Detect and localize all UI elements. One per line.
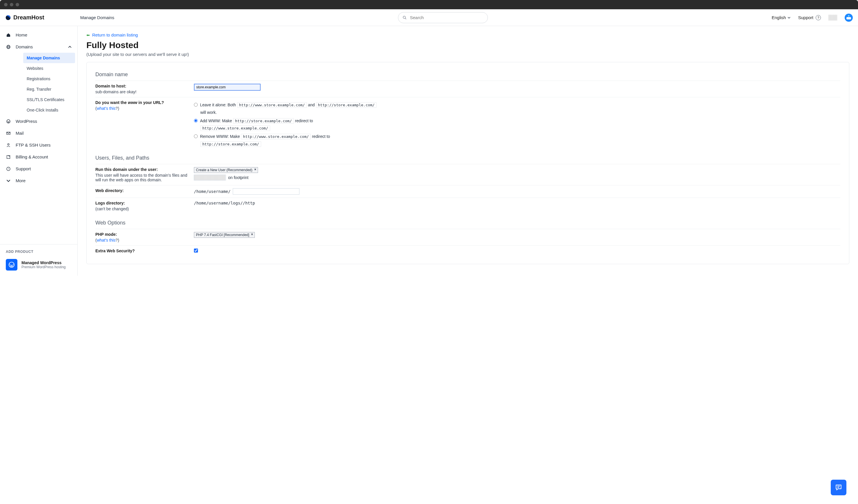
logs-dir-value: /home/username/logs//http	[194, 201, 255, 205]
search-input[interactable]	[410, 15, 483, 20]
language-label: English	[772, 15, 786, 20]
search-box[interactable]	[398, 12, 488, 23]
maximize-window-icon[interactable]	[16, 3, 19, 6]
row-extra-security: Extra Web Security?	[95, 245, 840, 256]
run-user-label: Run this domain under the user:	[95, 167, 188, 172]
section-domain-heading: Domain name	[95, 71, 840, 78]
wordpress-icon	[6, 119, 11, 124]
close-window-icon[interactable]	[4, 3, 7, 6]
svg-rect-9	[7, 155, 10, 159]
sidebar-sub-oneclick[interactable]: One-Click Installs	[16, 105, 77, 115]
sidebar-item-home[interactable]: Home	[0, 29, 77, 41]
domain-to-host-label: Domain to host:	[95, 84, 188, 88]
logs-dir-label: Logs directory:	[95, 201, 188, 205]
username-blur-field[interactable]	[194, 175, 226, 180]
www-remove-option: Remove WWW: Make http://www.store.exampl…	[194, 133, 840, 141]
home-icon	[6, 33, 11, 37]
logs-dir-hint: (can't be changed)	[95, 207, 188, 211]
dreamhost-icon	[5, 15, 11, 20]
sidebar-item-wordpress[interactable]: WordPress	[0, 115, 77, 127]
row-logs-directory: Logs directory: (can't be changed) /home…	[95, 197, 840, 214]
mail-icon	[6, 131, 11, 135]
sidebar-item-label: Mail	[16, 131, 24, 135]
web-dir-prefix: /home/username/	[194, 189, 231, 194]
sidebar-item-label: FTP & SSH Users	[16, 143, 51, 147]
sidebar-item-label: Domains	[16, 44, 33, 49]
row-www-option: Do you want the www in your URL? (what's…	[95, 97, 840, 149]
sidebar-sub-registrations[interactable]: Registrations	[16, 74, 77, 84]
form-panel: Domain name Domain to host: sub-domains …	[86, 62, 849, 264]
svg-point-1	[403, 16, 406, 18]
sidebar-item-label: WordPress	[16, 119, 37, 124]
back-arrow-icon: ⬅	[86, 33, 90, 37]
sidebar-sub-ssl[interactable]: SSL/TLS Certificates	[16, 94, 77, 105]
support-label: Support	[798, 15, 813, 20]
managed-wordpress-promo[interactable]: Managed WordPress Premium WordPress host…	[6, 259, 72, 271]
window-titlebar	[0, 0, 858, 9]
brand-logo[interactable]: DreamHost	[5, 14, 44, 21]
wp-promo-title: Managed WordPress	[21, 260, 66, 265]
whats-this-link[interactable]: what's this	[97, 106, 116, 111]
section-users-heading: Users, Files, and Paths	[95, 155, 840, 161]
footprint-label: on footprint	[228, 175, 249, 180]
sidebar-item-more[interactable]: More	[0, 175, 77, 186]
web-dir-label: Web directory:	[95, 188, 188, 193]
account-placeholder[interactable]	[828, 15, 837, 20]
minimize-window-icon[interactable]	[10, 3, 13, 6]
topbar-title: Manage Domains	[80, 15, 114, 20]
support-link[interactable]: Support ?	[798, 15, 821, 20]
www-remove-radio[interactable]	[194, 134, 198, 138]
sidebar-sub-reg-transfer[interactable]: Reg. Transfer	[16, 84, 77, 94]
svg-point-8	[7, 143, 9, 145]
language-selector[interactable]: English	[772, 15, 791, 20]
www-add-option: Add WWW: Make http://store.example.com/ …	[194, 117, 840, 125]
run-user-select[interactable]: Create a New User (Recommended)	[194, 167, 258, 173]
php-mode-select[interactable]: PHP 7.4 FastCGI [Recommended]	[194, 232, 255, 238]
sidebar-item-ftp[interactable]: FTP & SSH Users	[0, 139, 77, 151]
www-option-label: Do you want the www in your URL?	[95, 100, 188, 105]
run-user-hint: This user will have access to the domain…	[95, 173, 188, 182]
sidebar-sub-manage-domains[interactable]: Manage Domains	[23, 53, 75, 63]
billing-icon	[6, 155, 11, 159]
www-leave-radio[interactable]	[194, 103, 198, 107]
sidebar-item-mail[interactable]: Mail	[0, 127, 77, 139]
sidebar-item-support[interactable]: ? Support	[0, 163, 77, 175]
row-php-mode: PHP mode: (what's this?) PHP 7.4 FastCGI…	[95, 229, 840, 245]
svg-line-2	[405, 18, 406, 19]
sidebar: Home Domains Manage Domains Websites Reg…	[0, 26, 78, 276]
extra-security-label: Extra Web Security?	[95, 248, 188, 253]
domain-to-host-input[interactable]	[194, 84, 260, 91]
row-domain-to-host: Domain to host: sub-domains are okay!	[95, 81, 840, 97]
sidebar-item-domains[interactable]: Domains	[0, 41, 77, 53]
wordpress-badge-icon	[6, 259, 17, 271]
www-leave-alone-option: Leave it alone: Both http://www.store.ex…	[194, 101, 840, 109]
web-dir-input[interactable]	[233, 188, 299, 195]
add-product-heading: ADD PRODUCT	[6, 250, 72, 254]
chevron-down-icon	[788, 16, 791, 19]
www-leave-suffix: will work.	[200, 110, 840, 115]
page-title: Fully Hosted	[86, 40, 849, 50]
sidebar-sub-websites[interactable]: Websites	[16, 63, 77, 74]
page-subtitle: (Upload your site to our servers and we'…	[86, 52, 849, 57]
chevron-down-icon	[6, 179, 11, 183]
bot-avatar-icon[interactable]	[845, 14, 853, 22]
back-link-label: Return to domain listing	[92, 32, 138, 37]
extra-security-checkbox[interactable]	[194, 248, 198, 253]
www-add-target: http://www.store.example.com/	[200, 126, 270, 131]
php-whats-this-link[interactable]: what's this	[97, 238, 116, 242]
svg-text:?: ?	[8, 167, 9, 170]
globe-icon	[6, 45, 11, 49]
www-remove-target: http://store.example.com/	[200, 141, 261, 147]
row-run-user: Run this domain under the user: This use…	[95, 164, 840, 185]
wp-promo-subtitle: Premium WordPress hosting	[21, 265, 66, 269]
www-add-radio[interactable]	[194, 119, 198, 123]
brand-name: DreamHost	[13, 14, 44, 21]
back-to-listing-link[interactable]: ⬅ Return to domain listing	[86, 32, 138, 37]
sidebar-item-label: Billing & Account	[16, 155, 48, 159]
sidebar-item-billing[interactable]: Billing & Account	[0, 151, 77, 163]
domain-hint: sub-domains are okay!	[95, 90, 188, 94]
sidebar-item-label: More	[16, 178, 26, 183]
sidebar-item-label: Home	[16, 32, 27, 37]
sidebar-item-label: Support	[16, 166, 31, 171]
row-web-directory: Web directory: /home/username/	[95, 185, 840, 197]
